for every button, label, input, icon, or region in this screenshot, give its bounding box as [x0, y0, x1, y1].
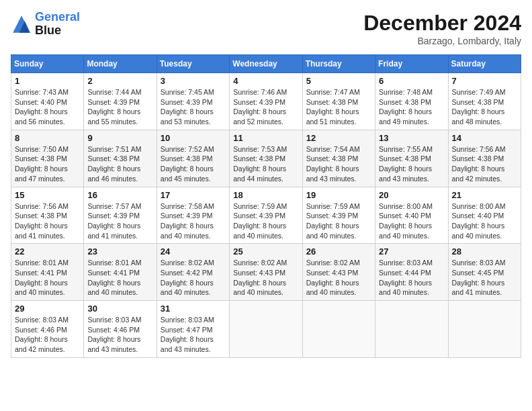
calendar-cell: 13 Sunrise: 7:55 AM Sunset: 4:38 PM Dayl… [375, 130, 448, 187]
calendar-cell: 17 Sunrise: 7:58 AM Sunset: 4:39 PM Dayl… [157, 187, 229, 244]
day-number: 4 [233, 76, 298, 86]
day-info: Sunrise: 7:44 AM Sunset: 4:39 PM Dayligh… [87, 87, 152, 127]
day-number: 11 [233, 133, 298, 143]
day-number: 9 [87, 133, 152, 143]
day-header-tuesday: Tuesday [157, 55, 229, 73]
day-info: Sunrise: 7:51 AM Sunset: 4:38 PM Dayligh… [87, 144, 152, 184]
day-info: Sunrise: 7:43 AM Sunset: 4:40 PM Dayligh… [15, 87, 80, 127]
day-number: 13 [379, 133, 444, 143]
calendar-week-row: 8 Sunrise: 7:50 AM Sunset: 4:38 PM Dayli… [11, 130, 521, 187]
day-number: 28 [452, 246, 517, 257]
calendar-week-row: 1 Sunrise: 7:43 AM Sunset: 4:40 PM Dayli… [11, 73, 521, 130]
day-info: Sunrise: 7:56 AM Sunset: 4:38 PM Dayligh… [452, 144, 517, 184]
day-header-thursday: Thursday [302, 55, 375, 73]
day-info: Sunrise: 7:59 AM Sunset: 4:39 PM Dayligh… [306, 201, 371, 241]
day-number: 17 [161, 190, 226, 200]
calendar-cell [375, 301, 448, 358]
day-number: 16 [87, 190, 152, 200]
location-subtitle: Barzago, Lombardy, Italy [363, 36, 521, 46]
day-info: Sunrise: 8:02 AM Sunset: 4:43 PM Dayligh… [233, 258, 298, 298]
day-number: 19 [306, 190, 371, 200]
day-number: 14 [452, 133, 517, 143]
day-info: Sunrise: 7:49 AM Sunset: 4:38 PM Dayligh… [452, 87, 517, 127]
day-info: Sunrise: 8:01 AM Sunset: 4:41 PM Dayligh… [15, 258, 80, 298]
calendar-cell: 22 Sunrise: 8:01 AM Sunset: 4:41 PM Dayl… [11, 244, 84, 301]
day-number: 21 [452, 190, 517, 200]
month-title: December 2024 [363, 11, 521, 36]
calendar-week-row: 15 Sunrise: 7:56 AM Sunset: 4:38 PM Dayl… [11, 187, 521, 244]
calendar-cell: 29 Sunrise: 8:03 AM Sunset: 4:46 PM Dayl… [11, 301, 84, 358]
calendar-cell [448, 301, 521, 358]
calendar-body: 1 Sunrise: 7:43 AM Sunset: 4:40 PM Dayli… [11, 73, 521, 358]
calendar-cell [302, 301, 375, 358]
calendar-cell: 21 Sunrise: 8:00 AM Sunset: 4:40 PM Dayl… [448, 187, 521, 244]
day-header-saturday: Saturday [448, 55, 521, 73]
day-info: Sunrise: 7:59 AM Sunset: 4:39 PM Dayligh… [233, 201, 298, 241]
title-block: December 2024 Barzago, Lombardy, Italy [363, 11, 521, 46]
calendar-cell: 16 Sunrise: 7:57 AM Sunset: 4:39 PM Dayl… [84, 187, 157, 244]
calendar-cell: 26 Sunrise: 8:02 AM Sunset: 4:43 PM Dayl… [302, 244, 375, 301]
calendar-week-row: 22 Sunrise: 8:01 AM Sunset: 4:41 PM Dayl… [11, 244, 521, 301]
calendar-header-row: SundayMondayTuesdayWednesdayThursdayFrid… [11, 55, 521, 73]
calendar-cell: 31 Sunrise: 8:03 AM Sunset: 4:47 PM Dayl… [157, 301, 229, 358]
day-number: 29 [15, 304, 80, 314]
day-header-wednesday: Wednesday [230, 55, 302, 73]
day-info: Sunrise: 8:01 AM Sunset: 4:41 PM Dayligh… [87, 258, 152, 298]
day-info: Sunrise: 7:58 AM Sunset: 4:39 PM Dayligh… [161, 201, 226, 241]
calendar-cell: 27 Sunrise: 8:03 AM Sunset: 4:44 PM Dayl… [375, 244, 448, 301]
day-info: Sunrise: 7:54 AM Sunset: 4:38 PM Dayligh… [306, 144, 371, 184]
day-info: Sunrise: 8:00 AM Sunset: 4:40 PM Dayligh… [452, 201, 517, 241]
calendar-cell: 24 Sunrise: 8:02 AM Sunset: 4:42 PM Dayl… [157, 244, 229, 301]
calendar-cell: 25 Sunrise: 8:02 AM Sunset: 4:43 PM Dayl… [230, 244, 302, 301]
day-info: Sunrise: 8:02 AM Sunset: 4:43 PM Dayligh… [306, 258, 371, 298]
day-info: Sunrise: 7:55 AM Sunset: 4:38 PM Dayligh… [379, 144, 444, 184]
day-info: Sunrise: 8:03 AM Sunset: 4:47 PM Dayligh… [161, 315, 226, 355]
calendar-cell: 4 Sunrise: 7:46 AM Sunset: 4:39 PM Dayli… [230, 73, 302, 130]
day-number: 18 [233, 190, 298, 200]
day-header-friday: Friday [375, 55, 448, 73]
calendar-cell: 18 Sunrise: 7:59 AM Sunset: 4:39 PM Dayl… [230, 187, 302, 244]
day-number: 25 [233, 246, 298, 257]
logo-text: General Blue [35, 11, 80, 38]
day-number: 22 [15, 246, 80, 257]
calendar-cell: 2 Sunrise: 7:44 AM Sunset: 4:39 PM Dayli… [84, 73, 157, 130]
day-info: Sunrise: 7:53 AM Sunset: 4:38 PM Dayligh… [233, 144, 298, 184]
logo: General Blue [11, 11, 80, 38]
day-info: Sunrise: 8:03 AM Sunset: 4:44 PM Dayligh… [379, 258, 444, 298]
calendar-cell: 6 Sunrise: 7:48 AM Sunset: 4:38 PM Dayli… [375, 73, 448, 130]
day-info: Sunrise: 7:50 AM Sunset: 4:38 PM Dayligh… [15, 144, 80, 184]
calendar-cell: 28 Sunrise: 8:03 AM Sunset: 4:45 PM Dayl… [448, 244, 521, 301]
day-info: Sunrise: 8:02 AM Sunset: 4:42 PM Dayligh… [161, 258, 226, 298]
day-number: 3 [161, 76, 226, 86]
calendar-table: SundayMondayTuesdayWednesdayThursdayFrid… [11, 54, 521, 358]
day-info: Sunrise: 7:46 AM Sunset: 4:39 PM Dayligh… [233, 87, 298, 127]
day-number: 23 [87, 246, 152, 257]
day-header-sunday: Sunday [11, 55, 84, 73]
calendar-cell: 9 Sunrise: 7:51 AM Sunset: 4:38 PM Dayli… [84, 130, 157, 187]
day-header-monday: Monday [84, 55, 157, 73]
calendar-cell: 3 Sunrise: 7:45 AM Sunset: 4:39 PM Dayli… [157, 73, 229, 130]
day-info: Sunrise: 7:48 AM Sunset: 4:38 PM Dayligh… [379, 87, 444, 127]
day-info: Sunrise: 8:03 AM Sunset: 4:46 PM Dayligh… [87, 315, 152, 355]
calendar-cell: 23 Sunrise: 8:01 AM Sunset: 4:41 PM Dayl… [84, 244, 157, 301]
calendar-cell: 1 Sunrise: 7:43 AM Sunset: 4:40 PM Dayli… [11, 73, 84, 130]
day-number: 5 [306, 76, 371, 86]
calendar-cell: 15 Sunrise: 7:56 AM Sunset: 4:38 PM Dayl… [11, 187, 84, 244]
calendar-cell: 10 Sunrise: 7:52 AM Sunset: 4:38 PM Dayl… [157, 130, 229, 187]
day-number: 31 [161, 304, 226, 314]
day-info: Sunrise: 7:56 AM Sunset: 4:38 PM Dayligh… [15, 201, 80, 241]
calendar-cell [230, 301, 302, 358]
calendar-cell: 20 Sunrise: 8:00 AM Sunset: 4:40 PM Dayl… [375, 187, 448, 244]
day-info: Sunrise: 7:52 AM Sunset: 4:38 PM Dayligh… [161, 144, 226, 184]
day-number: 7 [452, 76, 517, 86]
calendar-week-row: 29 Sunrise: 8:03 AM Sunset: 4:46 PM Dayl… [11, 301, 521, 358]
day-info: Sunrise: 8:03 AM Sunset: 4:46 PM Dayligh… [15, 315, 80, 355]
calendar-cell: 12 Sunrise: 7:54 AM Sunset: 4:38 PM Dayl… [302, 130, 375, 187]
calendar-cell: 7 Sunrise: 7:49 AM Sunset: 4:38 PM Dayli… [448, 73, 521, 130]
day-number: 6 [379, 76, 444, 86]
day-number: 20 [379, 190, 444, 200]
calendar-cell: 5 Sunrise: 7:47 AM Sunset: 4:38 PM Dayli… [302, 73, 375, 130]
day-info: Sunrise: 7:57 AM Sunset: 4:39 PM Dayligh… [87, 201, 152, 241]
day-number: 1 [15, 76, 80, 86]
day-number: 30 [87, 304, 152, 314]
